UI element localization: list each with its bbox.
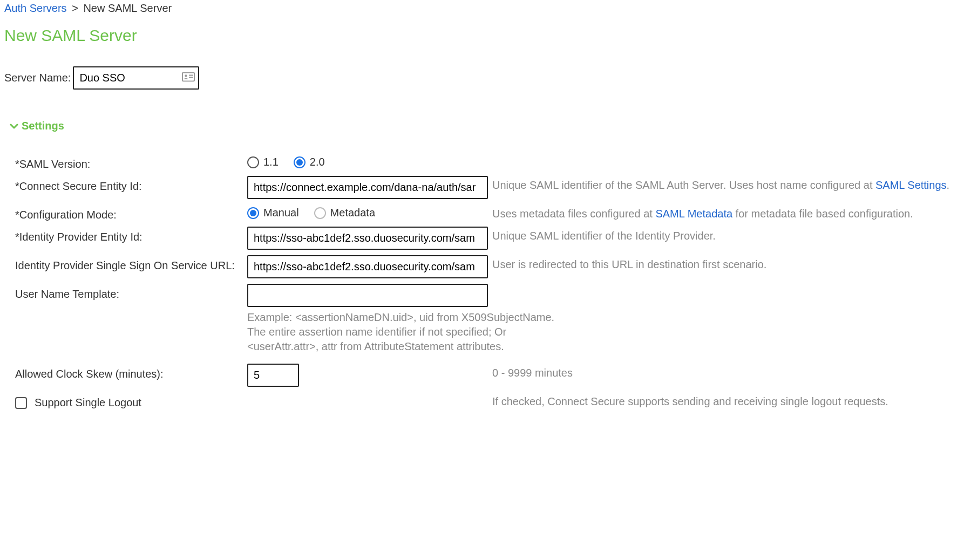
saml-version-1-1-radio[interactable]: [247, 156, 259, 168]
config-mode-manual-label: Manual: [263, 207, 299, 219]
clock-skew-help: 0 - 9999 minutes: [490, 364, 960, 380]
svg-point-1: [185, 74, 187, 77]
config-mode-metadata-label: Metadata: [330, 207, 375, 219]
username-template-input[interactable]: [247, 284, 488, 307]
clock-skew-input[interactable]: [247, 364, 299, 387]
chevron-down-icon: [10, 122, 18, 131]
support-slo-help: If checked, Connect Secure supports send…: [490, 392, 960, 409]
config-mode-label: *Configuration Mode:: [15, 204, 247, 221]
idp-entity-id-help: Unique SAML identifier of the Identity P…: [490, 227, 960, 243]
id-card-icon: [182, 72, 195, 84]
config-mode-metadata-radio[interactable]: [314, 207, 326, 219]
page-title: New SAML Server: [4, 26, 960, 45]
settings-section-toggle[interactable]: Settings: [10, 120, 960, 132]
saml-version-2-0-label: 2.0: [310, 156, 325, 168]
svg-rect-2: [189, 74, 193, 76]
saml-metadata-link[interactable]: SAML Metadata: [655, 208, 732, 220]
idp-entity-id-input[interactable]: [247, 227, 488, 250]
saml-version-1-1-label: 1.1: [263, 156, 279, 168]
svg-rect-3: [189, 77, 193, 78]
settings-section-title: Settings: [22, 120, 64, 132]
idp-sso-url-label: Identity Provider Single Sign On Service…: [15, 255, 247, 272]
saml-settings-link[interactable]: SAML Settings: [875, 179, 947, 191]
breadcrumb: Auth Servers > New SAML Server: [4, 2, 960, 15]
username-template-label: User Name Template:: [15, 284, 247, 301]
saml-version-label: *SAML Version:: [15, 154, 247, 170]
entity-id-input[interactable]: [247, 176, 488, 199]
support-slo-checkbox[interactable]: [15, 397, 27, 409]
idp-sso-url-help: User is redirected to this URL in destin…: [490, 255, 960, 272]
saml-version-2-0-radio[interactable]: [294, 156, 306, 168]
server-name-input[interactable]: [73, 66, 199, 90]
username-template-help: Example: <assertionNameDN.uid>, uid from…: [247, 310, 554, 354]
clock-skew-label: Allowed Clock Skew (minutes):: [15, 364, 247, 380]
breadcrumb-parent-link[interactable]: Auth Servers: [4, 2, 67, 14]
idp-sso-url-input[interactable]: [247, 255, 488, 278]
breadcrumb-separator: >: [72, 2, 78, 14]
idp-entity-id-label: *Identity Provider Entity Id:: [15, 227, 247, 243]
entity-id-label: *Connect Secure Entity Id:: [15, 176, 247, 193]
server-name-label: Server Name:: [4, 72, 71, 84]
breadcrumb-current: New SAML Server: [83, 2, 172, 14]
support-slo-label: Support Single Logout: [35, 397, 141, 409]
entity-id-help: Unique SAML identifier of the SAML Auth …: [490, 176, 960, 193]
config-mode-help: Uses metadata files configured at SAML M…: [490, 204, 960, 221]
config-mode-manual-radio[interactable]: [247, 207, 259, 219]
